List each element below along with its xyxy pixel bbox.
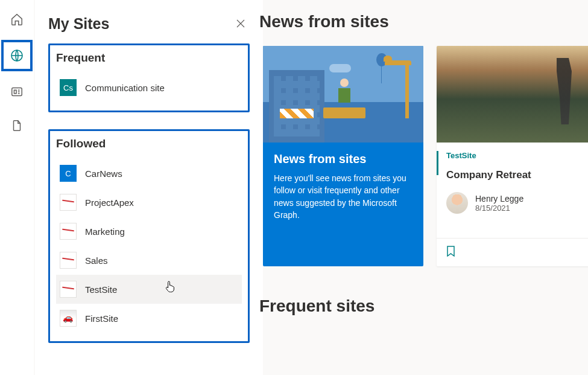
card-footer <box>437 238 588 266</box>
nav-rail <box>0 0 34 375</box>
bookmark-icon[interactable] <box>446 246 455 259</box>
news-card-text: Here you'll see news from sites you foll… <box>274 172 413 221</box>
panel-header: My Sites <box>48 14 250 33</box>
site-item-projectapex[interactable]: ProjectApex <box>56 188 242 217</box>
site-label: ProjectApex <box>85 197 134 208</box>
site-label: Marketing <box>85 226 125 237</box>
site-item-firstsite[interactable]: FirstSite <box>56 304 242 333</box>
my-sites-panel: My Sites Frequent Cs Communication site … <box>35 0 263 375</box>
news-icon[interactable] <box>4 79 30 105</box>
article-card[interactable]: TestSite Company Retreat Henry Legge 8/1… <box>437 46 588 266</box>
home-icon[interactable] <box>4 6 30 33</box>
followed-section: Followed C CarNews ProjectApex Marketing… <box>48 129 250 343</box>
followed-heading: Followed <box>56 137 242 150</box>
article-author: Henry Legge 8/15/2021 <box>446 192 580 214</box>
news-info-card: News from sites Here you'll see news fro… <box>263 46 423 266</box>
article-image <box>437 46 588 143</box>
author-name: Henry Legge <box>475 194 523 204</box>
site-thumb <box>60 194 77 211</box>
panel-title: My Sites <box>48 15 109 33</box>
avatar <box>446 192 468 214</box>
news-card-title: News from sites <box>274 152 413 166</box>
site-thumb <box>60 223 77 240</box>
site-label: Communication site <box>85 83 165 93</box>
site-label: CarNews <box>85 168 122 179</box>
article-title: Company Retreat <box>446 169 580 181</box>
globe-icon[interactable] <box>1 40 33 71</box>
site-label: FirstSite <box>85 313 118 324</box>
close-icon[interactable] <box>232 14 250 33</box>
svg-rect-1 <box>12 88 22 96</box>
article-body: TestSite Company Retreat Henry Legge 8/1… <box>437 143 588 238</box>
frequent-sites-heading: Frequent sites <box>259 296 588 316</box>
site-item-sales[interactable]: Sales <box>56 246 242 275</box>
frequent-heading: Frequent <box>56 51 242 65</box>
main-area: News from sites News from sites Here you… <box>263 0 588 375</box>
author-date: 8/15/2021 <box>475 204 523 213</box>
site-thumb: C <box>60 165 77 182</box>
file-icon[interactable] <box>4 112 30 139</box>
site-thumb: Cs <box>60 79 77 96</box>
site-thumb <box>60 310 77 327</box>
site-label: Sales <box>85 255 108 266</box>
site-item-testsite[interactable]: TestSite <box>56 275 242 304</box>
site-thumb <box>60 281 77 298</box>
frequent-section: Frequent Cs Communication site <box>48 43 250 112</box>
news-illustration <box>263 46 423 143</box>
site-item-communication-site[interactable]: Cs Communication site <box>56 73 242 102</box>
site-thumb <box>60 252 77 269</box>
cards-row: News from sites Here you'll see news fro… <box>263 46 588 266</box>
site-item-marketing[interactable]: Marketing <box>56 217 242 246</box>
cursor-hand-icon <box>165 280 177 296</box>
news-card-body: News from sites Here you'll see news fro… <box>263 143 423 238</box>
site-label: TestSite <box>85 284 117 295</box>
news-heading: News from sites <box>259 12 588 31</box>
site-item-carnews[interactable]: C CarNews <box>56 159 242 188</box>
